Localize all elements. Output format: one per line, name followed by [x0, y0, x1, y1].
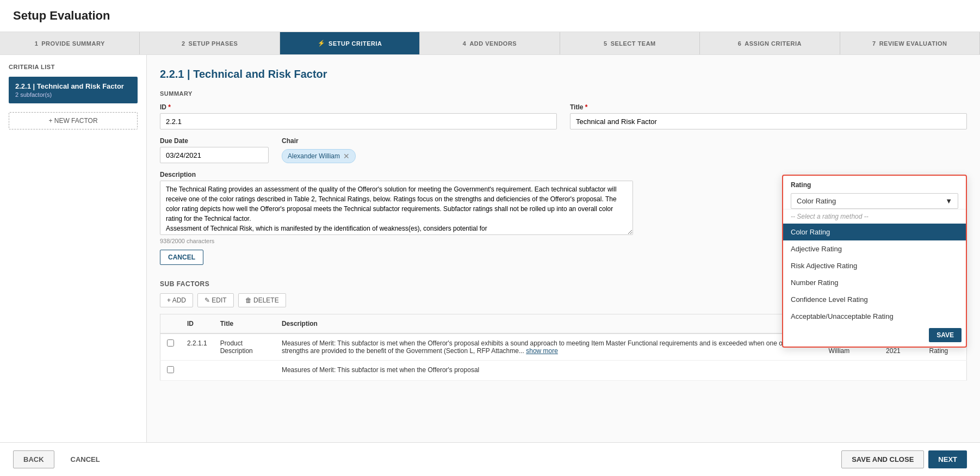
table-row-2: Measures of Merit: This subfactor is met…: [160, 361, 967, 381]
step-3[interactable]: ⚡ SETUP CRITERIA: [280, 32, 420, 54]
delete-subfactor-button[interactable]: 🗑 DELETE: [238, 293, 286, 307]
rating-option-adjective[interactable]: Adjective Rating: [783, 240, 966, 257]
step-1[interactable]: 1 PROVIDE SUMMARY: [0, 32, 140, 54]
rating-option-confidence[interactable]: Confidence Level Rating: [783, 291, 966, 308]
col-checkbox: [160, 314, 181, 334]
due-date-input[interactable]: [160, 147, 269, 163]
row2-due-date: [879, 361, 922, 381]
form-area: 2.2.1 | Technical and Risk Factor SUMMAR…: [147, 55, 980, 455]
add-subfactor-button[interactable]: + ADD: [160, 293, 193, 307]
row2-chair: [822, 361, 879, 381]
page-footer: BACK CANCEL SAVE AND CLOSE NEXT: [0, 442, 980, 455]
row2-id: [181, 361, 214, 381]
rating-option-number[interactable]: Number Rating: [783, 274, 966, 291]
col-title: Title: [214, 314, 275, 334]
row-checkbox-cell: [160, 333, 181, 361]
chair-chip: Alexander William ✕: [282, 149, 356, 163]
back-button[interactable]: BACK: [13, 450, 54, 455]
rating-dropdown: -- Select a rating method -- Color Ratin…: [783, 209, 966, 325]
row2-rating: [922, 361, 966, 381]
row2-description: Measures of Merit: This subfactor is met…: [275, 361, 822, 381]
criteria-list-title: CRITERIA LIST: [9, 64, 138, 70]
title-input[interactable]: [570, 113, 967, 129]
chair-remove-icon[interactable]: ✕: [343, 152, 350, 160]
step-2[interactable]: 2 SETUP PHASES: [140, 32, 280, 54]
save-close-button[interactable]: SAVE AND CLOSE: [841, 450, 924, 455]
main-content: CRITERIA LIST 2.2.1 | Technical and Risk…: [0, 55, 980, 455]
form-title: 2.2.1 | Technical and Risk Factor: [160, 68, 967, 81]
row-checkbox[interactable]: [167, 339, 174, 347]
rating-select[interactable]: Color Rating ▼: [791, 193, 958, 209]
rating-header: Rating: [783, 176, 966, 191]
row2-title: [214, 361, 275, 381]
sidebar-item-sub: 2 subfactor(s): [15, 91, 131, 98]
row-id: 2.2.1.1: [181, 333, 214, 361]
row2-checkbox[interactable]: [167, 366, 174, 373]
show-more-link[interactable]: show more: [526, 347, 558, 355]
summary-section-label: SUMMARY: [160, 90, 967, 97]
new-factor-button[interactable]: + NEW FACTOR: [9, 112, 138, 129]
sidebar-criteria-item[interactable]: 2.2.1 | Technical and Risk Factor 2 subf…: [9, 77, 138, 103]
id-group: ID *: [160, 103, 557, 129]
row2-checkbox-cell: [160, 361, 181, 381]
chair-label: Chair: [282, 137, 967, 145]
footer-right: SAVE AND CLOSE NEXT: [841, 450, 967, 455]
row-title: Product Description: [214, 333, 275, 361]
step-4[interactable]: 4 ADD VENDORS: [420, 32, 560, 54]
rating-save-button[interactable]: SAVE: [929, 328, 962, 342]
rating-placeholder: -- Select a rating method --: [783, 209, 966, 224]
id-label: ID *: [160, 103, 557, 111]
step-7[interactable]: 7 REVIEW EVALUATION: [840, 32, 980, 54]
sidebar-item-label: 2.2.1 | Technical and Risk Factor: [15, 82, 131, 90]
sidebar: CRITERIA LIST 2.2.1 | Technical and Risk…: [0, 55, 147, 455]
page-title: Setup Evaluation: [13, 9, 967, 23]
date-chair-row: Due Date Chair Alexander William ✕ Ratin…: [160, 137, 967, 163]
rating-option-color[interactable]: Color Rating: [783, 224, 966, 240]
title-label: Title *: [570, 103, 967, 111]
step-6[interactable]: 6 ASSIGN CRITERIA: [700, 32, 840, 54]
id-input[interactable]: [160, 113, 557, 129]
due-date-group: Due Date: [160, 137, 269, 163]
rating-option-risk-adjective[interactable]: Risk Adjective Rating: [783, 257, 966, 274]
chevron-down-icon: ▼: [945, 197, 952, 205]
col-description: Description: [275, 314, 822, 334]
chair-group: Chair Alexander William ✕: [282, 137, 967, 163]
description-textarea[interactable]: [160, 181, 633, 235]
next-button[interactable]: NEXT: [928, 450, 967, 455]
row-description: Measures of Merit: This subfactor is met…: [275, 333, 822, 361]
id-title-row: ID * Title *: [160, 103, 967, 129]
title-group: Title *: [570, 103, 967, 129]
col-id: ID: [181, 314, 214, 334]
wizard-steps: 1 PROVIDE SUMMARY 2 SETUP PHASES ⚡ SETUP…: [0, 32, 980, 55]
edit-subfactor-button[interactable]: ✎ EDIT: [197, 293, 234, 307]
due-date-label: Due Date: [160, 137, 269, 145]
rating-current-value: Color Rating: [797, 197, 836, 205]
rating-option-acceptable[interactable]: Acceptable/Unacceptable Rating: [783, 308, 966, 325]
description-cancel-button[interactable]: CANCEL: [160, 250, 203, 265]
footer-left: BACK CANCEL: [13, 450, 110, 455]
rating-section: Rating Color Rating ▼ -- Select a rating…: [782, 175, 967, 348]
page-header: Setup Evaluation: [0, 0, 980, 32]
cancel-button[interactable]: CANCEL: [61, 450, 110, 455]
chair-name: Alexander William: [288, 152, 340, 160]
step-5[interactable]: 5 SELECT TEAM: [560, 32, 700, 54]
